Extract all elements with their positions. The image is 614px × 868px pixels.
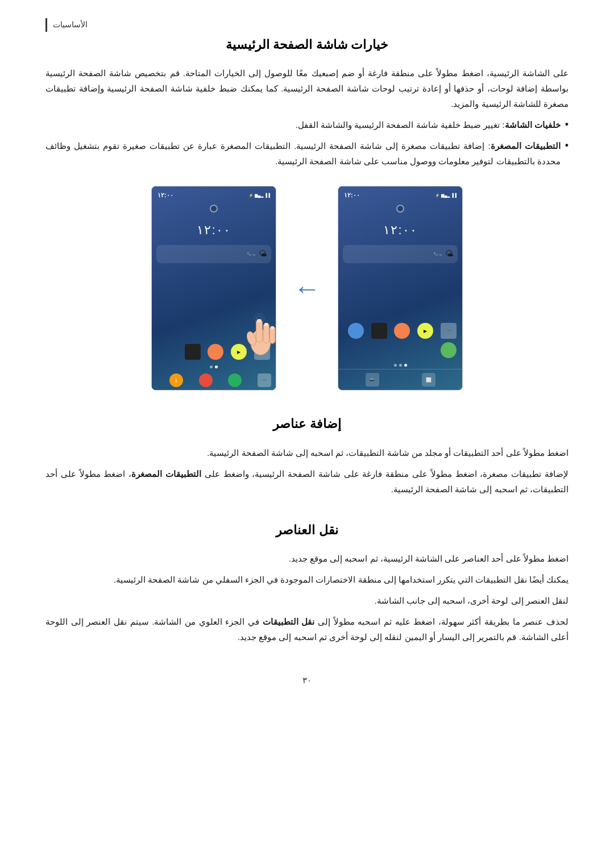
left-app-5: [348, 323, 364, 339]
left-bottom-icon-1: ⬜: [422, 373, 435, 387]
bullet-wallpaper-label: خلفيات الشاشة: [505, 120, 561, 130]
svg-point-6: [264, 323, 268, 326]
section3-para3: لنقل العنصر إلى لوحة أخرى، اسحبه إلى جان…: [45, 593, 569, 608]
left-dot-3: [394, 364, 397, 367]
right-clock-time: ١٢:٠٠: [152, 219, 276, 240]
page-section-label: الأساسيات: [45, 18, 88, 32]
left-bottom-icon-2: 📷: [366, 373, 379, 387]
section3-para1: اضغط مطولاً على أحد العناصر على الشاشة ا…: [45, 551, 569, 566]
left-weather-widget: 🌤 – –°: [343, 245, 458, 263]
right-weather-widget: 🌤 – –°: [156, 245, 271, 263]
page-number: ٣٠: [45, 673, 569, 699]
left-weather-icon: 🌤: [445, 247, 453, 261]
section1-title: خيارات شاشة الصفحة الرئيسية: [45, 34, 569, 55]
bullet-item-wallpaper: • خلفيات الشاشة: تغيير ضبط خلفية شاشة ال…: [45, 117, 569, 132]
left-weather-text: – –°: [434, 251, 442, 259]
left-dots-row: [338, 362, 462, 369]
phone-left-screenshot: ▐▐ ▂▄▆ ⚡ ١٢:٠٠ ١٢:٠٠ 🌤 – –°: [338, 186, 463, 391]
right-bottom-app-1: ⋯: [258, 373, 271, 387]
touch-hand-overlay: [242, 310, 276, 356]
left-time: ١٢:٠٠: [344, 190, 360, 201]
right-status-bar: ▐▐ ▂▄▆ ⚡ ١٢:٠٠: [152, 186, 276, 202]
phone-right-screenshot: ▐▐ ▂▄▆ ⚡ ١٢:٠٠ ١٢:٠٠ 🌤 – –°: [151, 186, 276, 391]
right-weather-icon: 🌤: [259, 247, 267, 261]
hand-icon: [242, 310, 276, 356]
section3-para4-bold: نقل التطبيقات: [263, 617, 315, 626]
right-time: ١٢:٠٠: [157, 190, 173, 201]
bullet-dot-1: •: [565, 117, 569, 132]
left-signal-icons: ▐▐ ▂▄▆ ⚡: [435, 192, 457, 199]
right-signal-icons: ▐▐ ▂▄▆ ⚡: [248, 192, 270, 199]
section2-para2-bold: التطبيقات المصغرة: [131, 469, 201, 479]
left-bottom-bar: ⬜ 📷: [338, 369, 462, 390]
section2-title: إضافة عناصر: [45, 413, 569, 434]
right-app-3: [208, 344, 223, 360]
left-app-1: ⋯: [441, 323, 457, 339]
section2-para2: لإضافة تطبيقات مصغرة، اضغط مطولاً على من…: [45, 466, 569, 497]
left-dot-1: [404, 364, 407, 367]
right-app-4: [185, 344, 201, 360]
right-weather-text: – –°: [247, 251, 255, 259]
section3-para2: يمكنك أيضًا نقل التطبيقات التي يتكرر است…: [45, 572, 569, 587]
left-dot-2: [399, 364, 402, 367]
arrow-icon: ←: [293, 265, 321, 312]
section3-title: نقل العناصر: [45, 520, 569, 541]
left-clock-widget: ١٢:٠٠: [338, 215, 462, 243]
section1-bullets: • خلفيات الشاشة: تغيير ضبط خلفية شاشة ال…: [45, 117, 569, 169]
svg-rect-2: [263, 323, 269, 343]
right-bottom-app-4: 1: [169, 373, 183, 387]
right-clock-widget: ١٢:٠٠: [152, 215, 276, 243]
left-app-6: [441, 342, 457, 358]
right-dot-1: [215, 366, 218, 368]
right-bottom-app-2: [228, 373, 242, 387]
section3-para4: لحذف عنصر ما بطريقة أكثر سهولة، اضغط علي…: [45, 614, 569, 645]
right-dots-row: [152, 363, 276, 371]
left-app-3: [394, 323, 410, 339]
bullet-widgets-label: التطبيقات المصغرة: [491, 141, 561, 151]
left-app-2: ▶: [417, 323, 433, 339]
screenshots-row: ▐▐ ▂▄▆ ⚡ ١٢:٠٠ ١٢:٠٠ 🌤 – –°: [45, 186, 569, 391]
section1-para1: على الشاشة الرئيسية، اضغط مطولاً على منط…: [45, 65, 569, 111]
bullet-dot-2: •: [565, 138, 569, 153]
section3-para4-start: لحذف عنصر ما بطريقة أكثر سهولة، اضغط علي…: [314, 617, 569, 626]
svg-point-7: [271, 326, 274, 329]
section2-para1: اضغط مطولاً على أحد التطبيقات أو مجلد من…: [45, 445, 569, 460]
arrow-container: ←: [293, 265, 321, 312]
bullet-widgets-text: التطبيقات المصغرة: إضافة تطبيقات مصغرة إ…: [45, 138, 561, 169]
section2-para2-start: لإضافة تطبيقات مصغرة، اضغط مطولاً على من…: [201, 469, 569, 479]
right-bottom-app-3: [199, 373, 213, 387]
left-clock-time: ١٢:٠٠: [338, 219, 462, 240]
bullet-item-widgets: • التطبيقات المصغرة: إضافة تطبيقات مصغرة…: [45, 138, 569, 169]
left-app-grid: ⋯ ▶: [338, 319, 462, 362]
left-status-bar: ▐▐ ▂▄▆ ⚡ ١٢:٠٠: [338, 186, 462, 202]
right-dot-2: [210, 366, 213, 368]
bullet-wallpaper-text: خلفيات الشاشة: تغيير ضبط خلفية شاشة الصف…: [296, 117, 561, 132]
right-bottom-apps: ⋯ 1: [152, 371, 276, 390]
left-app-4: [371, 323, 387, 339]
